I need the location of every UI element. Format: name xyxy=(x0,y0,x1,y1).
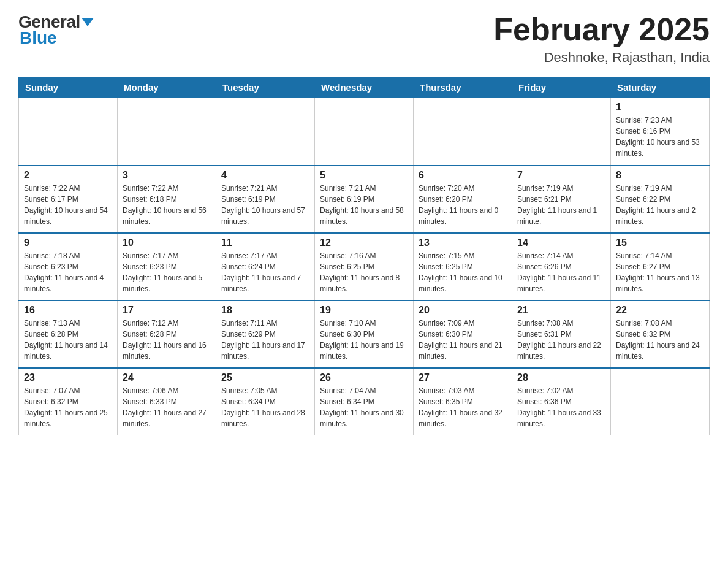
header-cell-thursday: Thursday xyxy=(414,77,512,98)
week-row: 23Sunrise: 7:07 AMSunset: 6:32 PMDayligh… xyxy=(19,368,710,435)
logo: General Blue xyxy=(18,12,94,48)
day-cell: 19Sunrise: 7:10 AMSunset: 6:30 PMDayligh… xyxy=(315,301,414,368)
day-info: Sunrise: 7:02 AMSunset: 6:36 PMDaylight:… xyxy=(517,385,605,429)
day-cell: 21Sunrise: 7:08 AMSunset: 6:31 PMDayligh… xyxy=(512,301,611,368)
day-number: 16 xyxy=(24,305,112,316)
header-row: SundayMondayTuesdayWednesdayThursdayFrid… xyxy=(19,77,710,98)
day-cell: 24Sunrise: 7:06 AMSunset: 6:33 PMDayligh… xyxy=(118,368,216,435)
day-info: Sunrise: 7:12 AMSunset: 6:28 PMDaylight:… xyxy=(123,318,211,362)
day-number: 18 xyxy=(221,305,309,316)
day-info: Sunrise: 7:05 AMSunset: 6:34 PMDaylight:… xyxy=(221,385,309,429)
day-cell xyxy=(118,98,216,166)
header-cell-tuesday: Tuesday xyxy=(216,77,315,98)
day-info: Sunrise: 7:22 AMSunset: 6:17 PMDaylight:… xyxy=(24,183,112,227)
day-info: Sunrise: 7:16 AMSunset: 6:25 PMDaylight:… xyxy=(320,250,408,294)
day-cell: 16Sunrise: 7:13 AMSunset: 6:28 PMDayligh… xyxy=(19,301,118,368)
day-cell xyxy=(512,98,611,166)
day-cell: 8Sunrise: 7:19 AMSunset: 6:22 PMDaylight… xyxy=(611,166,710,233)
day-number: 25 xyxy=(221,372,309,383)
day-cell: 4Sunrise: 7:21 AMSunset: 6:19 PMDaylight… xyxy=(216,166,315,233)
day-cell: 3Sunrise: 7:22 AMSunset: 6:18 PMDaylight… xyxy=(118,166,216,233)
day-info: Sunrise: 7:21 AMSunset: 6:19 PMDaylight:… xyxy=(320,183,408,227)
day-info: Sunrise: 7:13 AMSunset: 6:28 PMDaylight:… xyxy=(24,318,112,362)
day-cell xyxy=(611,368,710,435)
day-number: 8 xyxy=(616,170,704,181)
day-number: 20 xyxy=(419,305,507,316)
day-number: 24 xyxy=(123,372,211,383)
day-cell xyxy=(216,98,315,166)
day-number: 19 xyxy=(320,305,408,316)
day-info: Sunrise: 7:22 AMSunset: 6:18 PMDaylight:… xyxy=(123,183,211,227)
day-info: Sunrise: 7:08 AMSunset: 6:31 PMDaylight:… xyxy=(517,318,605,362)
day-number: 28 xyxy=(517,372,605,383)
day-number: 13 xyxy=(419,237,507,248)
header-cell-saturday: Saturday xyxy=(611,77,710,98)
day-cell: 12Sunrise: 7:16 AMSunset: 6:25 PMDayligh… xyxy=(315,233,414,301)
day-cell xyxy=(315,98,414,166)
day-number: 22 xyxy=(616,305,704,316)
day-number: 27 xyxy=(419,372,507,383)
day-cell xyxy=(19,98,118,166)
day-cell: 11Sunrise: 7:17 AMSunset: 6:24 PMDayligh… xyxy=(216,233,315,301)
day-number: 11 xyxy=(221,237,309,248)
day-number: 23 xyxy=(24,372,112,383)
day-info: Sunrise: 7:09 AMSunset: 6:30 PMDaylight:… xyxy=(419,318,507,362)
day-info: Sunrise: 7:03 AMSunset: 6:35 PMDaylight:… xyxy=(419,385,507,429)
day-number: 26 xyxy=(320,372,408,383)
day-info: Sunrise: 7:21 AMSunset: 6:19 PMDaylight:… xyxy=(221,183,309,227)
day-cell: 9Sunrise: 7:18 AMSunset: 6:23 PMDaylight… xyxy=(19,233,118,301)
day-info: Sunrise: 7:14 AMSunset: 6:27 PMDaylight:… xyxy=(616,250,704,294)
header-cell-sunday: Sunday xyxy=(19,77,118,98)
day-number: 5 xyxy=(320,170,408,181)
day-cell: 6Sunrise: 7:20 AMSunset: 6:20 PMDaylight… xyxy=(414,166,512,233)
day-number: 4 xyxy=(221,170,309,181)
day-cell: 14Sunrise: 7:14 AMSunset: 6:26 PMDayligh… xyxy=(512,233,611,301)
day-info: Sunrise: 7:11 AMSunset: 6:29 PMDaylight:… xyxy=(221,318,309,362)
day-cell: 20Sunrise: 7:09 AMSunset: 6:30 PMDayligh… xyxy=(414,301,512,368)
day-info: Sunrise: 7:20 AMSunset: 6:20 PMDaylight:… xyxy=(419,183,507,227)
day-cell: 25Sunrise: 7:05 AMSunset: 6:34 PMDayligh… xyxy=(216,368,315,435)
day-cell: 27Sunrise: 7:03 AMSunset: 6:35 PMDayligh… xyxy=(414,368,512,435)
week-row: 16Sunrise: 7:13 AMSunset: 6:28 PMDayligh… xyxy=(19,301,710,368)
day-number: 10 xyxy=(123,237,211,248)
day-cell: 13Sunrise: 7:15 AMSunset: 6:25 PMDayligh… xyxy=(414,233,512,301)
page-header: General Blue February 2025 Deshnoke, Raj… xyxy=(18,12,710,66)
day-cell xyxy=(414,98,512,166)
day-cell: 10Sunrise: 7:17 AMSunset: 6:23 PMDayligh… xyxy=(118,233,216,301)
header-cell-friday: Friday xyxy=(512,77,611,98)
day-cell: 18Sunrise: 7:11 AMSunset: 6:29 PMDayligh… xyxy=(216,301,315,368)
day-info: Sunrise: 7:14 AMSunset: 6:26 PMDaylight:… xyxy=(517,250,605,294)
day-cell: 26Sunrise: 7:04 AMSunset: 6:34 PMDayligh… xyxy=(315,368,414,435)
logo-blue-text: Blue xyxy=(18,28,57,48)
day-number: 1 xyxy=(616,102,704,113)
logo-arrow-icon xyxy=(82,18,94,26)
day-info: Sunrise: 7:08 AMSunset: 6:32 PMDaylight:… xyxy=(616,318,704,362)
day-number: 2 xyxy=(24,170,112,181)
calendar-title: February 2025 xyxy=(493,12,710,47)
day-info: Sunrise: 7:07 AMSunset: 6:32 PMDaylight:… xyxy=(24,385,112,429)
day-cell: 22Sunrise: 7:08 AMSunset: 6:32 PMDayligh… xyxy=(611,301,710,368)
day-number: 6 xyxy=(419,170,507,181)
day-cell: 17Sunrise: 7:12 AMSunset: 6:28 PMDayligh… xyxy=(118,301,216,368)
day-info: Sunrise: 7:04 AMSunset: 6:34 PMDaylight:… xyxy=(320,385,408,429)
day-number: 7 xyxy=(517,170,605,181)
day-number: 17 xyxy=(123,305,211,316)
title-section: February 2025 Deshnoke, Rajasthan, India xyxy=(493,12,710,66)
day-info: Sunrise: 7:06 AMSunset: 6:33 PMDaylight:… xyxy=(123,385,211,429)
header-cell-wednesday: Wednesday xyxy=(315,77,414,98)
calendar-subtitle: Deshnoke, Rajasthan, India xyxy=(493,50,710,66)
day-number: 3 xyxy=(123,170,211,181)
day-cell: 7Sunrise: 7:19 AMSunset: 6:21 PMDaylight… xyxy=(512,166,611,233)
day-cell: 23Sunrise: 7:07 AMSunset: 6:32 PMDayligh… xyxy=(19,368,118,435)
day-cell: 5Sunrise: 7:21 AMSunset: 6:19 PMDaylight… xyxy=(315,166,414,233)
week-row: 1Sunrise: 7:23 AMSunset: 6:16 PMDaylight… xyxy=(19,98,710,166)
day-info: Sunrise: 7:17 AMSunset: 6:23 PMDaylight:… xyxy=(123,250,211,294)
calendar-table: SundayMondayTuesdayWednesdayThursdayFrid… xyxy=(18,77,710,435)
day-cell: 2Sunrise: 7:22 AMSunset: 6:17 PMDaylight… xyxy=(19,166,118,233)
week-row: 9Sunrise: 7:18 AMSunset: 6:23 PMDaylight… xyxy=(19,233,710,301)
header-cell-monday: Monday xyxy=(118,77,216,98)
day-info: Sunrise: 7:10 AMSunset: 6:30 PMDaylight:… xyxy=(320,318,408,362)
day-number: 15 xyxy=(616,237,704,248)
day-cell: 1Sunrise: 7:23 AMSunset: 6:16 PMDaylight… xyxy=(611,98,710,166)
day-info: Sunrise: 7:17 AMSunset: 6:24 PMDaylight:… xyxy=(221,250,309,294)
